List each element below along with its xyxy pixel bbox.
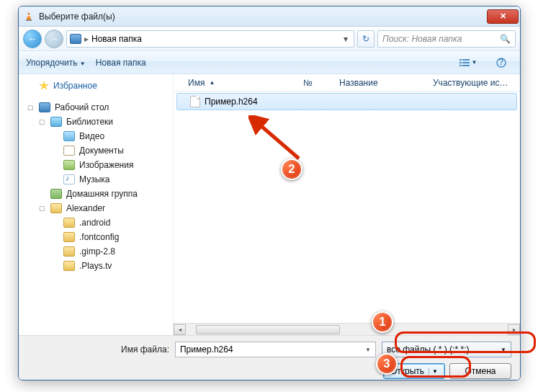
split-dropdown-icon[interactable]: ▼ (429, 368, 438, 375)
help-button[interactable]: ? (490, 55, 513, 71)
sort-asc-icon: ▲ (209, 79, 215, 86)
music-icon (63, 174, 75, 184)
annotation-badge-3: 3 (376, 353, 398, 375)
folder-icon (63, 261, 75, 271)
sidebar-folder-plays[interactable]: .Plays.tv (23, 259, 173, 273)
view-menu[interactable]: ▼ (457, 55, 480, 71)
sidebar-music[interactable]: Музыка (23, 172, 173, 187)
filename-input[interactable]: Пример.h264 ▼ (175, 342, 376, 357)
col-title[interactable]: Название (332, 78, 426, 88)
annotation-arrow (248, 115, 313, 166)
scroll-thumb[interactable] (196, 325, 340, 334)
sidebar-folder-android[interactable]: .android (23, 215, 173, 230)
dialog-body: Избранное ▢Рабочий стол ▢Библиотеки Виде… (19, 74, 520, 335)
filename-value: Пример.h264 (180, 344, 233, 355)
annotation-badge-2: 2 (281, 159, 302, 180)
folder-icon (63, 218, 75, 228)
sidebar-tree: Избранное ▢Рабочий стол ▢Библиотеки Виде… (19, 74, 174, 335)
file-icon (190, 96, 200, 107)
refresh-button[interactable]: ↻ (357, 30, 375, 48)
file-pane: Имя▲ № Название Участвующие ис… Пример.h… (174, 74, 520, 335)
search-input[interactable]: Поиск: Новая папка 🔍 (377, 30, 516, 48)
file-name: Пример.h264 (205, 97, 258, 107)
breadcrumb-current[interactable]: Новая папка (91, 34, 142, 44)
star-icon (39, 81, 49, 91)
video-icon (63, 131, 75, 141)
sidebar-favorites[interactable]: Избранное (23, 79, 173, 93)
sidebar-documents[interactable]: Документы (23, 143, 173, 158)
new-folder-button[interactable]: Новая папка (96, 58, 146, 68)
svg-text:?: ? (498, 58, 503, 67)
svg-line-12 (257, 122, 299, 159)
documents-icon (63, 146, 75, 156)
folder-icon (63, 232, 75, 242)
user-icon (50, 203, 62, 213)
col-name[interactable]: Имя▲ (181, 78, 296, 88)
col-contrib[interactable]: Участвующие ис… (426, 78, 515, 88)
scroll-right-button[interactable]: ▸ (508, 324, 520, 335)
file-list[interactable]: Пример.h264 (174, 92, 520, 323)
search-icon: 🔍 (500, 34, 511, 44)
breadcrumb-sep: ▸ (84, 34, 89, 44)
cancel-button[interactable]: Отмена (449, 363, 511, 379)
homegroup-icon (50, 189, 62, 199)
filter-value: все файлы ( * ) (;*.*;) (387, 344, 469, 355)
sidebar-pictures[interactable]: Изображения (23, 158, 173, 172)
dropdown-icon[interactable]: ▼ (365, 347, 371, 353)
desktop-icon (39, 102, 50, 112)
svg-rect-6 (462, 62, 470, 63)
vlc-icon (23, 11, 35, 22)
annotation-badge-1: 1 (372, 311, 393, 333)
folder-icon (63, 246, 75, 257)
filetype-filter[interactable]: все файлы ( * ) (;*.*;) ▼ (382, 342, 511, 357)
col-number[interactable]: № (296, 78, 332, 88)
column-headers: Имя▲ № Название Участвующие ис… (174, 74, 520, 92)
close-button[interactable]: ✕ (487, 9, 519, 24)
sidebar-video[interactable]: Видео (23, 129, 173, 143)
svg-rect-5 (459, 62, 462, 63)
svg-rect-1 (27, 15, 30, 17)
computer-icon (70, 34, 81, 44)
nav-back-button[interactable]: ← (23, 30, 42, 48)
organize-menu[interactable]: Упорядочить ▼ (26, 58, 86, 68)
sidebar-folder-gimp[interactable]: .gimp-2.8 (23, 244, 173, 259)
file-row-selected[interactable]: Пример.h264 (176, 93, 517, 110)
pictures-icon (63, 160, 75, 170)
nav-forward-button[interactable]: → (45, 30, 63, 48)
bottom-panel: Имя файла: Пример.h264 ▼ все файлы ( * )… (19, 335, 520, 380)
titlebar: Выберите файл(ы) ✕ (19, 6, 520, 27)
svg-rect-4 (462, 59, 470, 61)
filename-label: Имя файла: (121, 344, 169, 355)
sidebar-desktop[interactable]: ▢Рабочий стол (23, 100, 173, 115)
horizontal-scrollbar[interactable]: ◂ ▸ (174, 323, 520, 335)
navigation-bar: ← → ▸ Новая папка ▾ ↻ Поиск: Новая папка… (19, 27, 520, 51)
sidebar-libraries[interactable]: ▢Библиотеки (23, 115, 173, 129)
breadcrumb-dropdown-icon[interactable]: ▾ (341, 34, 351, 44)
window-title: Выберите файл(ы) (39, 12, 487, 22)
sidebar-user[interactable]: ▢Alexander (23, 201, 173, 215)
svg-rect-2 (26, 19, 32, 21)
breadcrumb-bar[interactable]: ▸ Новая папка ▾ (66, 30, 354, 48)
file-dialog-window: Выберите файл(ы) ✕ ← → ▸ Новая папка ▾ ↻… (18, 6, 521, 380)
sidebar-folder-fontconfig[interactable]: .fontconfig (23, 230, 173, 244)
dropdown-icon[interactable]: ▼ (501, 347, 506, 353)
svg-rect-7 (459, 65, 462, 66)
svg-rect-8 (462, 65, 470, 66)
scroll-left-button[interactable]: ◂ (174, 324, 186, 335)
libraries-icon (50, 117, 62, 127)
sidebar-homegroup[interactable]: Домашняя группа (23, 187, 173, 201)
scroll-track[interactable] (186, 324, 508, 335)
search-placeholder: Поиск: Новая папка (382, 34, 462, 44)
toolbar: Упорядочить ▼ Новая папка ▼ ? (19, 51, 520, 74)
svg-rect-3 (459, 59, 462, 61)
